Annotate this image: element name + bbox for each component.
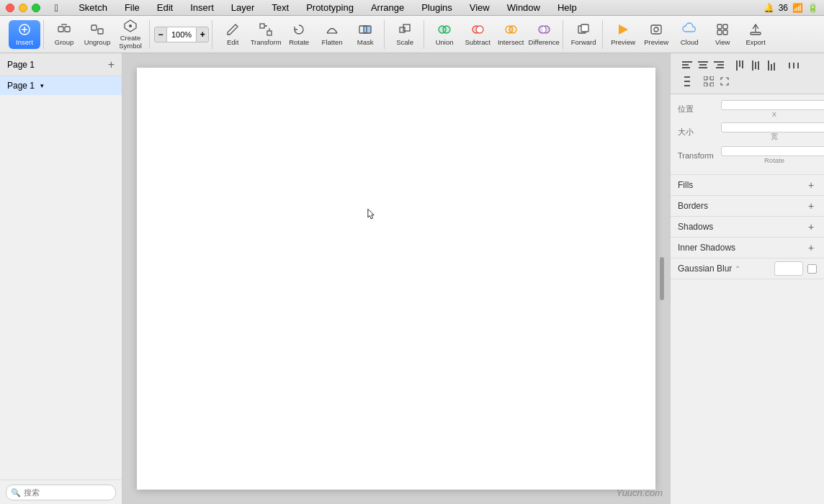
menu-view[interactable]: View: [467, 1, 493, 14]
menu-layer[interactable]: Layer: [228, 1, 258, 14]
svg-point-20: [476, 26, 483, 33]
forward-label: Forward: [571, 39, 596, 46]
menu-text[interactable]: Text: [269, 1, 292, 14]
align-bottom-button[interactable]: [766, 59, 779, 72]
fills-add-button[interactable]: +: [805, 179, 817, 191]
difference-button[interactable]: Difference: [528, 20, 560, 49]
scale-button[interactable]: Scale: [389, 20, 421, 49]
gaussian-blur-stepper[interactable]: ⌃: [735, 265, 740, 273]
svg-rect-32: [717, 30, 722, 35]
preview-run-button[interactable]: Preview: [607, 20, 639, 49]
svg-rect-37: [682, 67, 690, 68]
distribute-h-button[interactable]: [787, 59, 800, 72]
intersect-button[interactable]: Intersect: [495, 20, 527, 49]
ungroup-icon: [89, 22, 105, 37]
export-button[interactable]: Export: [740, 20, 771, 49]
menu-prototyping[interactable]: Prototyping: [303, 1, 357, 14]
toolbar-group-edit: Edit Transform Rotate: [214, 20, 385, 49]
width-input[interactable]: [721, 122, 824, 132]
alignment-toolbar: [671, 53, 824, 94]
inner-shadows-add-button[interactable]: +: [805, 242, 817, 253]
menu-file[interactable]: File: [122, 1, 143, 14]
svg-rect-52: [774, 63, 775, 71]
transform-row: Transform Rotate Flip: [678, 146, 817, 164]
forward-button[interactable]: Forward: [568, 20, 599, 49]
create-symbol-icon: [122, 19, 138, 33]
shadows-add-button[interactable]: +: [805, 221, 817, 233]
rotate-input[interactable]: [721, 146, 824, 156]
panel-bottom: 🔍: [0, 480, 122, 504]
svg-rect-62: [710, 83, 714, 86]
preview-button[interactable]: Preview: [640, 20, 672, 49]
align-center-h-button[interactable]: [697, 59, 709, 72]
fills-header[interactable]: Fills +: [671, 175, 824, 195]
page-item-label[interactable]: Page 1: [7, 60, 35, 70]
zoom-minus-button[interactable]: −: [154, 27, 167, 42]
resize-to-fit-button[interactable]: [718, 75, 731, 88]
intersect-icon: [503, 22, 519, 37]
x-input[interactable]: [721, 100, 824, 110]
zoom-plus-button[interactable]: +: [196, 27, 209, 42]
svg-rect-40: [699, 67, 707, 68]
borders-header[interactable]: Borders +: [671, 196, 824, 216]
scale-icon: [397, 22, 413, 37]
menu-sketch[interactable]: Sketch: [76, 1, 110, 14]
page-item-1[interactable]: Page 1 ▾: [0, 76, 122, 95]
zoom-control[interactable]: − 100% +: [154, 27, 209, 42]
inner-shadows-label: Inner Shadows: [678, 243, 735, 253]
flatten-button[interactable]: Flatten: [316, 20, 348, 49]
svg-rect-53: [789, 63, 790, 68]
tidy-up-button[interactable]: [702, 75, 715, 88]
size-inputs: 宽 高: [721, 122, 824, 142]
maximize-button[interactable]: [32, 4, 40, 12]
apple-menu[interactable]: : [52, 1, 61, 15]
svg-point-18: [443, 26, 450, 33]
rotate-button[interactable]: Rotate: [283, 20, 315, 49]
edit-button[interactable]: Edit: [217, 20, 248, 49]
search-input[interactable]: [6, 485, 116, 500]
transform-icon: [258, 22, 274, 37]
create-symbol-button[interactable]: Create Symbol: [115, 20, 146, 49]
gaussian-blur-input[interactable]: [774, 261, 803, 276]
svg-rect-4: [65, 27, 70, 32]
width-label: 宽: [771, 132, 778, 142]
zoom-value[interactable]: 100%: [167, 27, 196, 42]
search-icon: 🔍: [11, 487, 21, 497]
menu-arrange[interactable]: Arrange: [368, 1, 407, 14]
align-left-button[interactable]: [681, 59, 694, 72]
borders-add-button[interactable]: +: [805, 200, 817, 212]
menu-insert[interactable]: Insert: [187, 1, 217, 14]
canvas-area[interactable]: Yuucn.com: [122, 53, 670, 504]
shadows-header[interactable]: Shadows +: [671, 217, 824, 237]
size-row: 大小 宽 高: [678, 122, 817, 142]
insert-button[interactable]: Insert: [9, 20, 40, 49]
menu-plugins[interactable]: Plugins: [418, 1, 455, 14]
add-page-icon[interactable]: +: [108, 58, 115, 71]
align-center-v-button[interactable]: [750, 59, 763, 72]
view-button[interactable]: View: [707, 20, 738, 49]
align-icons-row: [675, 56, 820, 91]
preview-run-icon: [615, 22, 631, 37]
distribute-v-button[interactable]: [681, 75, 694, 88]
menu-edit[interactable]: Edit: [154, 1, 176, 14]
menu-help[interactable]: Help: [555, 1, 580, 14]
toolbar-group-zoom: − 100% +: [151, 20, 212, 49]
subtract-button[interactable]: Subtract: [462, 20, 493, 49]
inner-shadows-header[interactable]: Inner Shadows +: [671, 238, 824, 258]
mask-button[interactable]: Mask: [349, 20, 381, 49]
gaussian-blur-checkbox[interactable]: [807, 264, 817, 274]
align-right-button[interactable]: [712, 59, 725, 72]
union-button[interactable]: Union: [429, 20, 460, 49]
menu-window[interactable]: Window: [504, 1, 543, 14]
scroll-handle[interactable]: [660, 257, 664, 300]
canvas-paper[interactable]: [137, 68, 655, 490]
align-top-button[interactable]: [734, 59, 747, 72]
group-button[interactable]: Group: [48, 20, 80, 49]
minimize-button[interactable]: [19, 4, 27, 12]
page-1-label: Page 1: [7, 81, 35, 91]
close-button[interactable]: [6, 4, 14, 12]
ungroup-button[interactable]: Ungroup: [81, 20, 113, 49]
transform-button[interactable]: Transform: [250, 20, 282, 49]
cloud-button[interactable]: Cloud: [673, 20, 705, 49]
rotate-label: Rotate: [289, 39, 309, 46]
